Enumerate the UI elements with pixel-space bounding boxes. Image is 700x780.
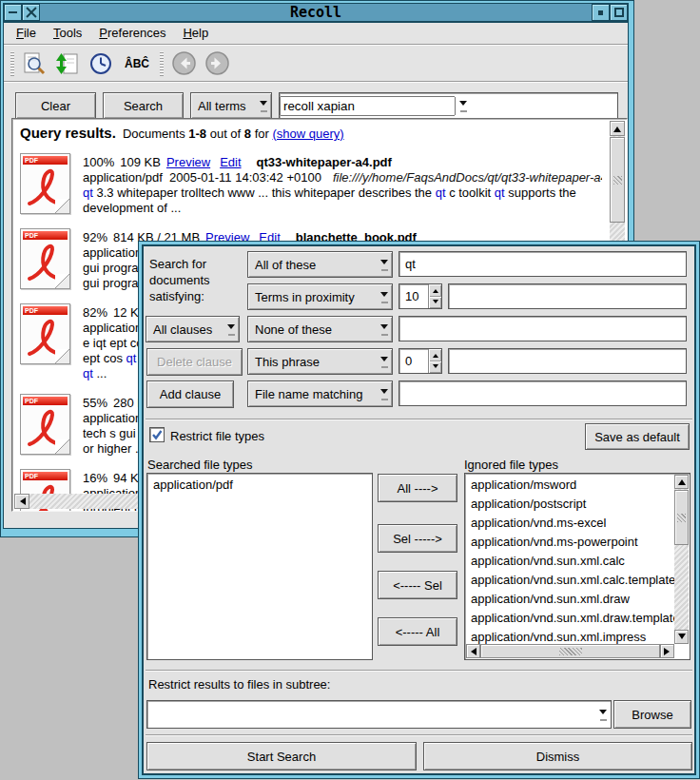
result-snippet-line: development of ... [83, 201, 602, 216]
relevance-percent: 92% [83, 230, 107, 244]
toolbar-handle-2[interactable] [160, 51, 164, 76]
page-fold [55, 199, 69, 213]
move-sel-left-button[interactable]: <----- Sel [378, 571, 457, 599]
chevron-down-icon[interactable] [595, 708, 611, 721]
conjunction-combo[interactable]: All clauses [146, 316, 240, 342]
spin-up-icon[interactable] [429, 349, 441, 361]
list-item[interactable]: application/vnd.sun.xml.calc [471, 552, 672, 571]
toolbar-handle[interactable] [10, 51, 14, 76]
clause-input-5[interactable] [399, 380, 687, 406]
clause-type-combo-2[interactable]: Terms in proximity [247, 283, 393, 310]
scroll-down-icon[interactable] [674, 630, 689, 644]
result-meta-line: application/pdf 2005-01-11 14:03:42 +010… [83, 170, 602, 185]
menu-help[interactable]: Help [174, 24, 217, 43]
preview-link[interactable]: Preview [166, 155, 210, 169]
list-item[interactable]: application/vnd.ms-excel [471, 514, 672, 533]
list-item[interactable]: application/msword [471, 476, 672, 495]
start-search-button[interactable]: Start Search [146, 742, 417, 770]
relevance-percent: 16% [83, 471, 107, 485]
scroll-up-icon[interactable] [674, 475, 689, 489]
chevron-down-icon[interactable] [456, 99, 471, 112]
pdf-file-icon: PDF [20, 303, 70, 364]
spin-up-icon[interactable] [429, 284, 441, 297]
show-query-link[interactable]: (show query) [273, 127, 344, 141]
clear-button[interactable]: Clear [15, 92, 96, 119]
menu-preferences[interactable]: Preferences [90, 24, 174, 43]
scrollbar-thumb[interactable] [674, 490, 689, 545]
clause-type-combo-4[interactable]: This phrase [247, 348, 393, 375]
scrollbar-thumb[interactable] [480, 644, 660, 658]
spin-down-icon[interactable] [429, 361, 441, 374]
clause-type-combo-5[interactable]: File name matching [247, 380, 393, 407]
pdf-file-icon: PDF [20, 228, 70, 289]
menu-file[interactable]: File [8, 24, 45, 43]
list-item[interactable]: application/vnd.sun.xml.draw [471, 590, 672, 609]
move-all-right-button[interactable]: All ----> [378, 474, 457, 502]
scroll-left-icon[interactable] [466, 644, 480, 658]
search-controls: Clear Search All terms [4, 83, 628, 121]
history-clock-icon[interactable] [88, 50, 114, 77]
page-fold [55, 274, 69, 288]
list-item[interactable]: application/vnd.sun.xml.calc.template [471, 571, 672, 590]
list-item[interactable]: application/pdf [153, 476, 372, 495]
subtree-combobox[interactable] [146, 700, 612, 729]
pdf-badge: PDF [23, 231, 68, 240]
restrict-filetypes-label: Restrict file types [170, 428, 264, 444]
proximity-spinbox[interactable] [399, 283, 442, 309]
separator [146, 419, 692, 420]
phrase-slack-spinbox[interactable] [399, 348, 442, 374]
clause-input-3[interactable] [399, 316, 687, 341]
shade-icon[interactable] [592, 4, 610, 21]
search-button[interactable]: Search [103, 92, 184, 119]
browse-button[interactable]: Browse [613, 700, 691, 729]
search-mode-combo[interactable]: All terms [190, 92, 272, 119]
term-explorer-icon[interactable]: ÂBĈ [121, 50, 153, 77]
clause-input-1[interactable] [399, 251, 687, 277]
clause-type-combo-3[interactable]: None of these [247, 316, 393, 342]
menu-tools[interactable]: Tools [45, 24, 90, 43]
mimetype-date: application/pdf 2005-01-11 14:03:42 +010… [83, 170, 321, 185]
list-item[interactable]: application/vnd.ms-powerpoint [471, 533, 672, 552]
toolbar: ÂBĈ [4, 46, 628, 81]
ignored-list-vertical-scrollbar[interactable] [674, 475, 689, 644]
search-input[interactable] [280, 96, 456, 116]
window-menu-icon[interactable] [4, 4, 22, 21]
pdf-badge: PDF [23, 306, 68, 315]
list-item[interactable]: application/postscript [471, 495, 672, 514]
sort-relevance-icon[interactable] [54, 50, 81, 77]
ignored-list-horizontal-scrollbar[interactable] [466, 644, 674, 658]
query-combobox[interactable] [279, 92, 618, 119]
scrollbar-thumb[interactable] [610, 137, 625, 223]
maximize-icon[interactable] [610, 4, 628, 21]
clause-type-combo-1[interactable]: All of these [247, 251, 393, 278]
ignored-filetypes-list[interactable]: application/mswordapplication/postscript… [464, 473, 690, 660]
move-sel-right-button[interactable]: Sel -----> [378, 524, 457, 553]
dismiss-button[interactable]: Dismiss [423, 742, 692, 770]
close-icon[interactable] [22, 4, 40, 21]
clause-input-2[interactable] [448, 283, 687, 309]
titlebar[interactable]: Recoll [3, 3, 629, 22]
scroll-up-icon[interactable] [610, 121, 625, 136]
spin-down-icon[interactable] [429, 297, 441, 309]
scroll-right-icon[interactable] [660, 644, 674, 658]
relevance-percent: 82% [83, 305, 107, 320]
chevron-down-icon [377, 355, 392, 368]
clause-input-4[interactable] [448, 348, 687, 374]
searched-filetypes-list[interactable]: application/pdf [146, 473, 373, 660]
back-icon[interactable] [170, 50, 197, 77]
move-all-left-button[interactable]: <----- All [378, 617, 457, 646]
edit-link[interactable]: Edit [220, 155, 241, 169]
separator [146, 734, 692, 736]
list-item[interactable]: application/vnd.sun.xml.draw.template [471, 609, 672, 628]
scroll-left-icon[interactable] [14, 494, 29, 509]
preview-search-icon[interactable] [21, 50, 48, 77]
add-clause-button[interactable]: Add clause [146, 380, 234, 408]
chevron-down-icon [377, 387, 392, 400]
restrict-filetypes-checkbox[interactable] [149, 427, 165, 442]
save-as-default-button[interactable]: Save as default [585, 423, 690, 450]
results-title: Query results. [20, 125, 116, 141]
forward-icon[interactable] [204, 50, 230, 77]
advanced-search-dialog: Search fordocumentssatisfying: All of th… [138, 241, 700, 779]
subtree-input[interactable] [147, 701, 595, 728]
delete-clause-button[interactable]: Delete clause [146, 348, 243, 376]
